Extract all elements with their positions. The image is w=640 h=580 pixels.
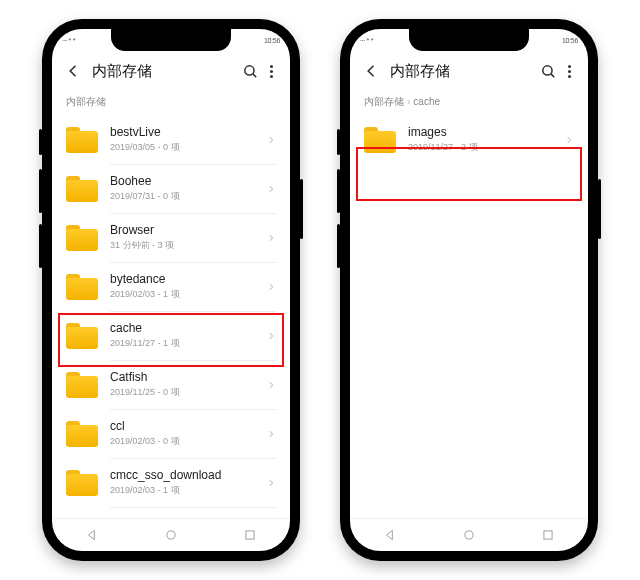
more-button[interactable] xyxy=(262,65,280,78)
status-time: 10:56 xyxy=(264,37,280,44)
folder-meta: 2019/02/03 - 1 项 xyxy=(110,288,266,301)
search-button[interactable] xyxy=(238,63,262,80)
nav-home-icon[interactable] xyxy=(462,528,476,542)
folder-row[interactable]: cmcc_sso_download2019/02/03 - 1 项 xyxy=(52,458,290,507)
breadcrumb[interactable]: 内部存储 xyxy=(52,91,290,115)
status-time: 10:56 xyxy=(562,37,578,44)
row-text: Browser31 分钟前 - 3 项 xyxy=(98,223,266,252)
chevron-right-icon: › xyxy=(407,96,410,107)
back-button[interactable] xyxy=(360,62,384,80)
folder-row[interactable]: Browser31 分钟前 - 3 项 xyxy=(52,213,290,262)
status-indicators: ··· * * xyxy=(62,37,75,44)
chevron-right-icon xyxy=(266,331,276,341)
folder-icon xyxy=(66,323,98,349)
folder-meta: 31 分钟前 - 3 项 xyxy=(110,239,266,252)
svg-point-3 xyxy=(542,65,551,74)
folder-row[interactable]: Catfish2019/11/25 - 0 项 xyxy=(52,360,290,409)
folder-icon xyxy=(364,127,396,153)
folder-icon xyxy=(66,421,98,447)
folder-name: cmcc_sso_ks xyxy=(110,517,266,518)
row-text: bestvLive2019/03/05 - 0 项 xyxy=(98,125,266,154)
folder-list[interactable]: images2019/11/27 - 2 项 xyxy=(350,115,588,518)
folder-icon xyxy=(66,225,98,251)
nav-home-icon[interactable] xyxy=(164,528,178,542)
folder-meta: 2019/11/27 - 2 项 xyxy=(408,141,564,154)
folder-row[interactable]: bestvLive2019/03/05 - 0 项 xyxy=(52,115,290,164)
row-text: cache2019/11/27 - 1 项 xyxy=(98,321,266,350)
folder-icon xyxy=(66,176,98,202)
folder-name: ccl xyxy=(110,419,266,433)
breadcrumb[interactable]: 内部存储›cache xyxy=(350,91,588,115)
notch xyxy=(111,29,231,51)
row-text: cmcc_sso_download2019/02/03 - 1 项 xyxy=(98,468,266,497)
folder-row[interactable]: bytedance2019/02/03 - 1 项 xyxy=(52,262,290,311)
svg-point-0 xyxy=(244,65,253,74)
app-header: 内部存储 xyxy=(52,51,290,91)
search-icon xyxy=(540,63,557,80)
more-button[interactable] xyxy=(560,65,578,78)
android-nav-bar xyxy=(350,518,588,551)
folder-name: Browser xyxy=(110,223,266,237)
chevron-right-icon xyxy=(266,478,276,488)
nav-back-icon[interactable] xyxy=(85,528,99,542)
folder-row[interactable]: cache2019/11/27 - 1 项 xyxy=(52,311,290,360)
search-button[interactable] xyxy=(536,63,560,80)
page-title: 内部存储 xyxy=(86,62,238,81)
page-title: 内部存储 xyxy=(384,62,536,81)
row-text: Boohee2019/07/31 - 0 项 xyxy=(98,174,266,203)
svg-point-4 xyxy=(465,531,473,539)
chevron-right-icon xyxy=(266,380,276,390)
row-text: ccl2019/02/03 - 0 项 xyxy=(98,419,266,448)
row-text: images2019/11/27 - 2 项 xyxy=(396,125,564,154)
svg-rect-5 xyxy=(544,531,552,539)
row-text: Catfish2019/11/25 - 0 项 xyxy=(98,370,266,399)
folder-row[interactable]: cmcc_sso_ks2019/03/29 - 1 项 xyxy=(52,507,290,518)
folder-name: cmcc_sso_download xyxy=(110,468,266,482)
svg-point-1 xyxy=(167,531,175,539)
folder-name: Catfish xyxy=(110,370,266,384)
notch xyxy=(409,29,529,51)
more-vert-icon xyxy=(270,65,273,78)
folder-meta: 2019/07/31 - 0 项 xyxy=(110,190,266,203)
folder-meta: 2019/03/05 - 0 项 xyxy=(110,141,266,154)
android-nav-bar xyxy=(52,518,290,551)
breadcrumb-item[interactable]: cache xyxy=(413,96,440,107)
row-text: cmcc_sso_ks2019/03/29 - 1 项 xyxy=(98,517,266,518)
chevron-right-icon xyxy=(266,233,276,243)
folder-icon xyxy=(66,372,98,398)
more-vert-icon xyxy=(568,65,571,78)
arrow-left-icon xyxy=(65,62,83,80)
folder-icon xyxy=(66,470,98,496)
nav-recent-icon[interactable] xyxy=(243,528,257,542)
phone-frame-right: ··· * * 10:56 内部存储 内部存储›cach xyxy=(340,19,598,561)
folder-meta: 2019/11/25 - 0 项 xyxy=(110,386,266,399)
chevron-right-icon xyxy=(266,282,276,292)
nav-recent-icon[interactable] xyxy=(541,528,555,542)
svg-rect-2 xyxy=(246,531,254,539)
chevron-right-icon xyxy=(266,135,276,145)
folder-row[interactable]: images2019/11/27 - 2 项 xyxy=(350,115,588,164)
folder-meta: 2019/02/03 - 0 项 xyxy=(110,435,266,448)
folder-name: bestvLive xyxy=(110,125,266,139)
chevron-right-icon xyxy=(266,429,276,439)
folder-meta: 2019/11/27 - 1 项 xyxy=(110,337,266,350)
folder-meta: 2019/02/03 - 1 项 xyxy=(110,484,266,497)
folder-list[interactable]: bestvLive2019/03/05 - 0 项Boohee2019/07/3… xyxy=(52,115,290,518)
app-header: 内部存储 xyxy=(350,51,588,91)
chevron-right-icon xyxy=(266,184,276,194)
arrow-left-icon xyxy=(363,62,381,80)
chevron-right-icon xyxy=(564,135,574,145)
nav-back-icon[interactable] xyxy=(383,528,397,542)
folder-row[interactable]: Boohee2019/07/31 - 0 项 xyxy=(52,164,290,213)
breadcrumb-item[interactable]: 内部存储 xyxy=(364,96,404,107)
folder-icon xyxy=(66,127,98,153)
breadcrumb-item[interactable]: 内部存储 xyxy=(66,96,106,107)
row-text: bytedance2019/02/03 - 1 项 xyxy=(98,272,266,301)
back-button[interactable] xyxy=(62,62,86,80)
folder-name: cache xyxy=(110,321,266,335)
folder-row[interactable]: ccl2019/02/03 - 0 项 xyxy=(52,409,290,458)
status-indicators: ··· * * xyxy=(360,37,373,44)
search-icon xyxy=(242,63,259,80)
folder-name: bytedance xyxy=(110,272,266,286)
folder-name: Boohee xyxy=(110,174,266,188)
